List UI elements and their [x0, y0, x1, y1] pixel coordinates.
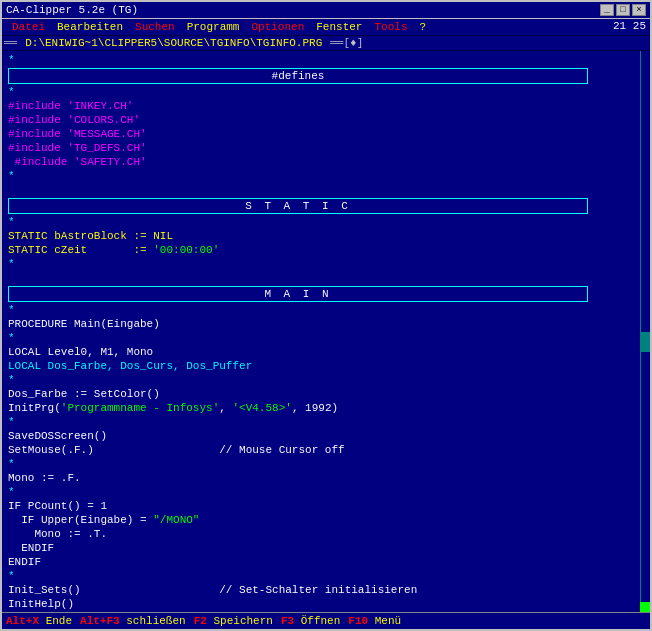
status-f3[interactable]: F3 Öffnen [281, 615, 340, 627]
code-line: * [8, 169, 650, 183]
key-f10: F10 [348, 615, 368, 627]
code-line: InitHelp() [8, 597, 650, 611]
code-line: STATIC cZeit := '00:00:00' [8, 243, 650, 257]
code-line: STATIC bAstroBlock := NIL [8, 229, 650, 243]
code-line: * [8, 415, 650, 429]
code-line: * [8, 485, 650, 499]
code-line: #include 'TG_DEFS.CH' [8, 141, 650, 155]
code-line: LOCAL Level0, M1, Mono [8, 345, 650, 359]
close-button[interactable]: × [632, 4, 646, 16]
scrollbar-thumb[interactable] [641, 332, 650, 352]
code-line: #include 'MESSAGE.CH' [8, 127, 650, 141]
code-line: #include 'SAFETY.CH' [8, 155, 650, 169]
code-line [8, 271, 650, 285]
maximize-button[interactable]: □ [616, 4, 630, 16]
code-line: PROCEDURE Main(Eingabe) [8, 317, 650, 331]
menu-suchen[interactable]: Suchen [129, 20, 181, 34]
code-line: * [8, 331, 650, 345]
line-col-display: 21 25 [613, 20, 646, 34]
code-line: Mono := .F. [8, 471, 650, 485]
code-line: LOCAL Dos_Farbe, Dos_Curs, Dos_Puffer [8, 359, 650, 373]
window-title: CA-Clipper 5.2e (TG) [6, 4, 138, 16]
menu-optionen[interactable]: Optionen [245, 20, 310, 34]
code-line: SaveDOSScreen() [8, 429, 650, 443]
menu-help[interactable]: ? [414, 20, 433, 34]
code-line: * [8, 215, 650, 229]
defines-box: #defines [8, 68, 588, 84]
static-section: S T A T I C [8, 198, 650, 214]
code-line: #include 'INKEY.CH' [8, 99, 650, 113]
menu-bearbeiten[interactable]: Bearbeiten [51, 20, 129, 34]
editor-area[interactable]: * #defines * #include 'INKEY.CH' #includ… [2, 51, 650, 612]
key-f3: F3 [281, 615, 294, 627]
desc-menu: Menü [375, 615, 401, 627]
code-line: * [8, 373, 650, 387]
status-f10[interactable]: F10 Menü [348, 615, 401, 627]
path-arrows-right: ══[♦] [330, 37, 363, 49]
code-line: Dos_Farbe := SetColor() [8, 387, 650, 401]
status-f2[interactable]: F2 Speichern [194, 615, 273, 627]
menu-tools[interactable]: Tools [368, 20, 413, 34]
main-window: CA-Clipper 5.2e (TG) _ □ × Datei Bearbei… [0, 0, 652, 631]
corner-indicator [640, 602, 650, 612]
code-line: Mono := .T. [8, 527, 650, 541]
code-line: * [8, 611, 650, 612]
path-bar: ══ D:\ENIWIG~1\CLIPPER5\SOURCE\TGINFO\TG… [2, 36, 650, 51]
minimize-button[interactable]: _ [600, 4, 614, 16]
code-line: ENDIF [8, 555, 650, 569]
code-line: ENDIF [8, 541, 650, 555]
code-line: * [8, 303, 650, 317]
code-line: #include 'COLORS.CH' [8, 113, 650, 127]
menu-fenster[interactable]: Fenster [310, 20, 368, 34]
menu-programm[interactable]: Programm [181, 20, 246, 34]
key-f2: F2 [194, 615, 207, 627]
file-path: D:\ENIWIG~1\CLIPPER5\SOURCE\TGINFO\TGINF… [25, 37, 322, 49]
code-line: SetMouse(.F.) // Mouse Cursor off [8, 443, 650, 457]
code-line: * [8, 85, 650, 99]
main-box: M A I N [8, 286, 588, 302]
scrollbar[interactable] [640, 51, 650, 612]
static-box: S T A T I C [8, 198, 588, 214]
key-alt-x: Alt+X [6, 615, 39, 627]
title-controls[interactable]: _ □ × [600, 4, 646, 16]
key-alt-f3: Alt+F3 [80, 615, 120, 627]
desc-schliessen: schließen [126, 615, 185, 627]
title-bar: CA-Clipper 5.2e (TG) _ □ × [2, 2, 650, 19]
code-line: Init_Sets() // Set-Schalter initialisier… [8, 583, 650, 597]
path-arrows-left: ══ [4, 37, 17, 49]
defines-section: #defines [8, 68, 650, 84]
code-line: IF Upper(Eingabe) = "/MONO" [8, 513, 650, 527]
status-alt-x[interactable]: Alt+X Ende [6, 615, 72, 627]
main-section: M A I N [8, 286, 650, 302]
title-bar-left: CA-Clipper 5.2e (TG) [6, 4, 138, 16]
menu-bar: Datei Bearbeiten Suchen Programm Optione… [2, 19, 650, 36]
menu-datei[interactable]: Datei [6, 20, 51, 34]
status-alt-f3[interactable]: Alt+F3 schließen [80, 615, 186, 627]
status-bar: Alt+X Ende Alt+F3 schließen F2 Speichern… [2, 612, 650, 629]
code-line: InitPrg('Programmname - Infosys', '<V4.5… [8, 401, 650, 415]
code-line: * [8, 53, 650, 67]
code-line: * [8, 457, 650, 471]
code-line: * [8, 257, 650, 271]
code-line [8, 183, 650, 197]
desc-speichern: Speichern [213, 615, 272, 627]
desc-oeffnen: Öffnen [301, 615, 341, 627]
code-line: * [8, 569, 650, 583]
code-line: IF PCount() = 1 [8, 499, 650, 513]
desc-ende: Ende [46, 615, 72, 627]
